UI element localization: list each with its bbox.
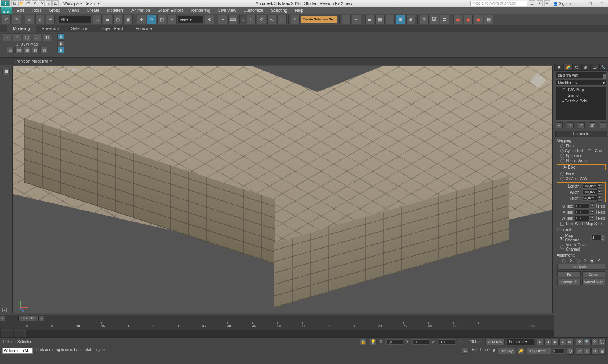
keyboard-shortcut-button[interactable]: ⌨: [228, 15, 238, 24]
angle-snap-button[interactable]: ⟲: [257, 15, 266, 24]
configure-sets-button[interactable]: ☰: [600, 122, 606, 128]
motion-tab[interactable]: ◉: [581, 64, 591, 71]
manipulate-button[interactable]: ✦: [218, 15, 227, 24]
undo-icon[interactable]: ↶: [32, 0, 38, 6]
timeline-left-arrow[interactable]: ◂: [0, 316, 5, 321]
key-mode-dropdown[interactable]: Selected▾: [507, 339, 534, 345]
rotate-button[interactable]: ⟳: [147, 15, 156, 24]
subobj-edge-button[interactable]: ／: [13, 33, 21, 41]
time-config-button[interactable]: ⏱: [567, 348, 574, 355]
align-x-radio[interactable]: [562, 259, 566, 263]
named-selection-dropdown[interactable]: Create Selection Se: [301, 16, 337, 23]
star-icon[interactable]: ★: [537, 0, 543, 6]
realworld-checkbox-row[interactable]: Real-World Map Size: [555, 221, 607, 226]
object-color-swatch[interactable]: [603, 74, 606, 79]
bitmap-fit-button[interactable]: Bitmap Fit: [557, 279, 581, 285]
autokey-button[interactable]: Auto Key: [485, 339, 505, 345]
zoom-extents-button[interactable]: ⤢: [576, 348, 583, 355]
redo-icon[interactable]: ↷: [39, 0, 45, 6]
ribbon-tab-selection[interactable]: Selection: [65, 25, 94, 32]
rib-side-3[interactable]: ▮: [57, 47, 64, 53]
scene-explorer-toggle[interactable]: ☰: [2, 68, 10, 75]
menu-help[interactable]: Help: [291, 7, 307, 13]
menu-scripting[interactable]: Scripting: [267, 7, 291, 13]
zoom-extents-all-button[interactable]: ⤡: [584, 348, 591, 355]
ribbon-tab-populate[interactable]: Populate: [129, 25, 158, 32]
render-preset-button[interactable]: ▤: [484, 15, 493, 24]
play-button[interactable]: ▶: [552, 339, 559, 345]
goto-start-button[interactable]: ⏮: [537, 339, 543, 345]
mirror-button[interactable]: ⇋: [342, 15, 351, 24]
selection-lock-button[interactable]: 🔒: [360, 339, 367, 345]
utile-spinner[interactable]: ▴▾: [575, 203, 594, 209]
timeline-right-arrow[interactable]: ▸: [39, 316, 44, 321]
create-tab[interactable]: ✹: [554, 64, 564, 71]
render-iter-button[interactable]: 🫖: [464, 15, 473, 24]
maxscript-listener[interactable]: Welcome to M.: [2, 348, 33, 354]
map-channel-spinner[interactable]: ▴▾: [591, 235, 605, 240]
viewport-label[interactable]: [ + ] [ Perspective ] [ Realistic + Edge…: [15, 68, 93, 72]
align-z-radio[interactable]: [590, 259, 594, 263]
rib-icon-5[interactable]: ▨: [40, 47, 47, 53]
trackbar-mini[interactable]: [14, 330, 26, 337]
normal-align-button[interactable]: Normal Align: [582, 279, 605, 285]
orbit-button[interactable]: ⟳: [591, 339, 598, 345]
new-icon[interactable]: 🗋: [11, 0, 17, 6]
mapping-cylindrical[interactable]: Cylindrical Cap: [555, 148, 607, 153]
exchange-icon[interactable]: ✕: [544, 0, 550, 6]
menu-customize[interactable]: Customize: [240, 7, 267, 13]
vtile-spinner[interactable]: ▴▾: [575, 210, 594, 215]
length-spinner[interactable]: ▴▾: [582, 183, 602, 189]
subobj-border-button[interactable]: ◯: [23, 33, 31, 41]
menu-group[interactable]: Group: [45, 7, 65, 13]
menu-views[interactable]: Views: [64, 7, 83, 13]
state-sets-button[interactable]: ≣: [440, 15, 449, 24]
menu-rendering[interactable]: Rendering: [187, 7, 214, 13]
schematic-view-button[interactable]: ⊞: [396, 15, 405, 24]
placement-button[interactable]: ⌖: [168, 15, 177, 24]
show-end-result-button[interactable]: Ⅱ: [567, 122, 574, 128]
material-editor-button[interactable]: ◉: [406, 15, 415, 24]
mapping-planar[interactable]: Planar: [555, 143, 607, 148]
time-slider[interactable]: ◂ 0 / 100 ▸: [0, 315, 554, 322]
select-region-button[interactable]: ▢: [113, 15, 122, 24]
modify-tab[interactable]: 🌈: [564, 64, 573, 71]
mapping-box[interactable]: Box: [557, 165, 605, 170]
ref-coord-dropdown[interactable]: View▾: [178, 16, 204, 23]
rendered-frame-button[interactable]: 🖼: [430, 15, 439, 24]
setkey-button[interactable]: Set Key: [498, 348, 515, 354]
redo-button[interactable]: ↷: [12, 15, 21, 24]
render-prod-button[interactable]: 🫖: [453, 15, 462, 24]
wflip-checkbox[interactable]: [596, 216, 597, 220]
key-filters-button[interactable]: Key Filters...: [527, 348, 551, 354]
height-spinner[interactable]: ▴▾: [582, 195, 602, 201]
help-search-input[interactable]: Type a keyword or phrase: [470, 1, 527, 6]
object-name-field[interactable]: kaldirim yan: [556, 72, 606, 78]
workspace-dropdown[interactable]: Workspace: Default ▾: [61, 1, 102, 6]
rib-icon-4[interactable]: ▧: [32, 47, 39, 53]
spinner-snap-button[interactable]: ↕: [277, 15, 287, 24]
stack-gizmo[interactable]: Gizmo: [556, 93, 606, 98]
remove-modifier-button[interactable]: 🗑: [589, 122, 595, 128]
menu-civil-view[interactable]: Civil View: [214, 7, 240, 13]
menu-graph-editors[interactable]: Graph Editors: [154, 7, 187, 13]
subobj-element-button[interactable]: ◧: [43, 33, 51, 41]
rib-side-1[interactable]: ▮: [57, 33, 64, 39]
modifier-list-dropdown[interactable]: Modifier List▾: [556, 80, 606, 86]
time-tag-icon[interactable]: 🏷: [462, 348, 469, 354]
rib-side-2[interactable]: ▮: [57, 40, 64, 46]
z-coord-input[interactable]: [439, 339, 455, 345]
select-by-name-button[interactable]: ☰: [103, 15, 112, 24]
unlink-button[interactable]: ⎋: [35, 15, 44, 24]
application-menu-button[interactable]: MAX: [1, 7, 12, 14]
rib-icon-1[interactable]: ▤: [7, 47, 14, 53]
prev-frame-button[interactable]: ◂: [544, 339, 551, 345]
make-unique-button[interactable]: ∀: [578, 122, 585, 128]
help-icon[interactable]: ?: [597, 1, 606, 6]
manipulate-button[interactable]: Manipulate: [557, 264, 605, 270]
scale-button[interactable]: ◫: [157, 15, 166, 24]
link-icon[interactable]: ⎋: [46, 0, 52, 6]
expand-rail-button[interactable]: ▸: [2, 308, 7, 312]
isolate-button[interactable]: 💡: [370, 339, 377, 345]
key-icon[interactable]: 🔑: [518, 348, 524, 354]
